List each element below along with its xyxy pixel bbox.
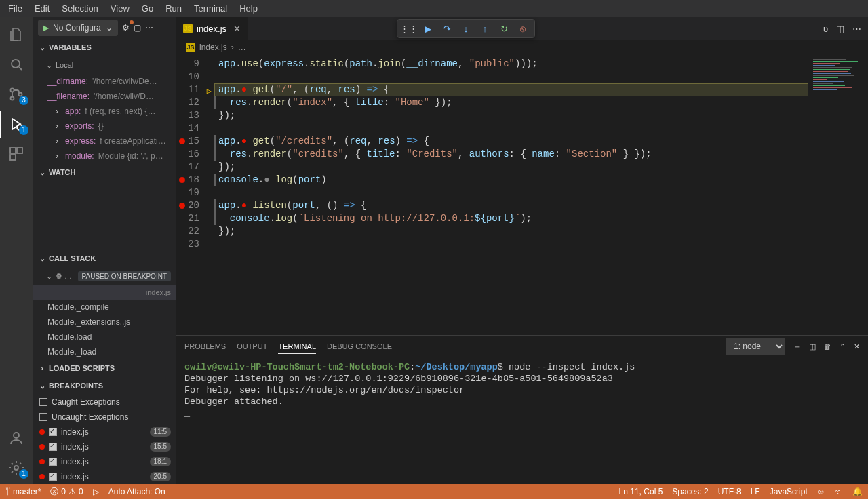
- trash-icon[interactable]: 🗑: [824, 342, 831, 351]
- gear-icon[interactable]: ⚙: [122, 23, 130, 33]
- close-icon[interactable]: ✕: [854, 342, 860, 351]
- stack-frame[interactable]: Module.load: [33, 330, 176, 344]
- chevron-right-icon: ›: [53, 151, 61, 161]
- bell-icon[interactable]: 🔔: [852, 487, 863, 496]
- minimap[interactable]: [808, 55, 868, 335]
- status-eol[interactable]: LF: [751, 487, 760, 496]
- restart-icon[interactable]: ↻: [495, 20, 513, 37]
- panel-tab-output[interactable]: OUTPUT: [237, 340, 267, 353]
- status-ln-col[interactable]: Ln 11, Col 5: [619, 487, 663, 496]
- var-value: {}: [98, 121, 104, 131]
- terminal-selector[interactable]: 1: node: [726, 338, 785, 355]
- panel-tab-terminal[interactable]: TERMINAL: [278, 340, 316, 354]
- new-terminal-icon[interactable]: ＋: [793, 342, 801, 352]
- variable-module[interactable]: ›module: Module {id: '.', p…: [33, 148, 176, 163]
- extensions-icon[interactable]: [0, 140, 33, 167]
- status-spaces[interactable]: Spaces: 2: [672, 487, 708, 496]
- terminal-output[interactable]: cwilv@cwilv-HP-TouchSmart-tm2-Notebook-P…: [176, 357, 868, 484]
- variable-exports[interactable]: ›exports: {}: [33, 119, 176, 134]
- breakpoint-caught[interactable]: Caught Exceptions: [33, 395, 176, 410]
- stack-frame[interactable]: Module._compile: [33, 300, 176, 315]
- account-icon[interactable]: [0, 424, 33, 452]
- stack-frame[interactable]: Module._extensions..js: [33, 315, 176, 330]
- status-auto-attach[interactable]: Auto Attach: On: [108, 487, 165, 496]
- grip-icon[interactable]: ⋮⋮: [400, 20, 418, 37]
- status-encoding[interactable]: UTF-8: [718, 487, 741, 496]
- checkbox-icon[interactable]: [39, 398, 47, 406]
- checkbox-icon[interactable]: [39, 413, 47, 421]
- radio-tower-icon[interactable]: ᯤ: [835, 487, 843, 496]
- breadcrumb[interactable]: JS index.js › …: [176, 40, 868, 55]
- menu-view[interactable]: View: [106, 2, 134, 15]
- step-out-icon[interactable]: ↑: [476, 20, 494, 37]
- tab-indexjs[interactable]: JS index.js ✕: [176, 17, 248, 40]
- menu-run[interactable]: Run: [161, 2, 186, 15]
- stack-frame[interactable]: Module._load: [33, 344, 176, 359]
- loaded-scripts-header[interactable]: › LOADED SCRIPTS: [33, 359, 176, 377]
- breadcrumb-item[interactable]: …: [238, 43, 246, 52]
- code-lines[interactable]: app.use(express.static(path.join(__dirna…: [214, 55, 808, 335]
- code-editor[interactable]: 910▷11121314151617181920212223 app.use(e…: [176, 55, 868, 335]
- var-name: __filename:: [47, 92, 90, 101]
- status-debug-start[interactable]: ▷: [93, 487, 99, 496]
- status-problems[interactable]: ⓧ0 ⚠0: [50, 486, 83, 498]
- checkbox-icon[interactable]: [49, 473, 57, 481]
- variable-__dirname[interactable]: __dirname: '/home/cwilv/De…: [33, 74, 176, 89]
- disconnect-icon[interactable]: ⎋: [514, 20, 532, 37]
- status-language[interactable]: JavaScript: [770, 487, 808, 496]
- source-control-icon[interactable]: 3: [0, 81, 33, 108]
- debug-controls[interactable]: ⋮⋮ ▶ ↷ ↓ ↑ ↻ ⎋: [397, 19, 535, 38]
- variables-header[interactable]: ⌄ VARIABLES: [33, 39, 176, 56]
- checkbox-icon[interactable]: [49, 443, 57, 451]
- breakpoint-entry[interactable]: index.js20:5: [33, 469, 176, 484]
- breakpoint-entry[interactable]: index.js18:1: [33, 454, 176, 469]
- run-debug-icon[interactable]: 1: [0, 111, 33, 138]
- panel-tab-debug-console[interactable]: DEBUG CONSOLE: [327, 340, 392, 353]
- menu-help[interactable]: Help: [235, 2, 262, 15]
- watch-header[interactable]: ⌄ WATCH: [33, 163, 176, 181]
- breakpoint-entry[interactable]: index.js15:5: [33, 439, 176, 454]
- local-scope-header[interactable]: ⌄ Local: [33, 56, 176, 74]
- menu-terminal[interactable]: Terminal: [190, 2, 231, 15]
- bp-position: 18:1: [150, 457, 171, 466]
- status-branch[interactable]: ᛘ master*: [5, 487, 41, 496]
- more-icon[interactable]: ⋯: [852, 24, 861, 34]
- menu-go[interactable]: Go: [138, 2, 157, 15]
- callstack-header[interactable]: ⌄ CALL STACK: [33, 250, 176, 267]
- breakpoint-entry[interactable]: index.js11:5: [33, 424, 176, 439]
- settings-icon[interactable]: 1: [0, 454, 33, 481]
- bp-file: index.js: [61, 442, 89, 452]
- variable-app[interactable]: ›app: f (req, res, next) {…: [33, 104, 176, 119]
- more-icon[interactable]: ⋯: [145, 23, 153, 33]
- menu-file[interactable]: File: [4, 2, 26, 15]
- menu-selection[interactable]: Selection: [58, 2, 102, 15]
- bp-position: 11:5: [150, 427, 171, 437]
- debug-config-dropdown[interactable]: ▶ No Configura ⌄: [38, 20, 118, 36]
- breakpoints-header[interactable]: ⌄ BREAKPOINTS: [33, 377, 176, 395]
- variable-express[interactable]: ›express: f createApplicati…: [33, 134, 176, 148]
- callstack-thread[interactable]: ⌄ ⚙ … PAUSED ON BREAKPOINT: [33, 267, 176, 285]
- compare-icon[interactable]: υ: [823, 24, 828, 34]
- files-icon[interactable]: [0, 21, 33, 48]
- checkbox-icon[interactable]: [49, 458, 57, 466]
- step-over-icon[interactable]: ↷: [438, 20, 456, 37]
- menu-edit[interactable]: Edit: [31, 2, 54, 15]
- chevron-up-icon[interactable]: ⌃: [840, 342, 846, 351]
- var-name: express:: [65, 136, 96, 146]
- line-gutter[interactable]: 910▷11121314151617181920212223: [176, 55, 214, 335]
- stack-frame[interactable]: index.js: [33, 285, 176, 300]
- variable-__filename[interactable]: __filename: '/home/cwilv/D…: [33, 89, 176, 104]
- panel-tab-problems[interactable]: PROBLEMS: [184, 340, 226, 353]
- checkbox-icon[interactable]: [49, 428, 57, 436]
- split-editor-icon[interactable]: ◫: [836, 24, 844, 34]
- breakpoint-uncaught[interactable]: Uncaught Exceptions: [33, 410, 176, 424]
- close-icon[interactable]: ✕: [233, 24, 241, 34]
- search-icon[interactable]: [0, 51, 33, 78]
- step-into-icon[interactable]: ↓: [457, 20, 475, 37]
- feedback-icon[interactable]: ☺: [817, 487, 825, 496]
- continue-icon[interactable]: ▶: [419, 20, 437, 37]
- split-terminal-icon[interactable]: ◫: [809, 342, 816, 351]
- section-label: BREAKPOINTS: [49, 382, 103, 390]
- debug-console-icon[interactable]: ▢: [134, 23, 141, 33]
- breadcrumb-item[interactable]: index.js: [199, 43, 227, 52]
